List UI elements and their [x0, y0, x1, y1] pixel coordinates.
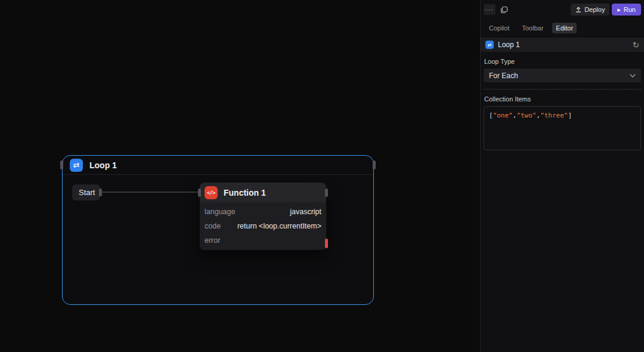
- selected-node-header[interactable]: ⇄ Loop 1 ↻: [481, 38, 644, 52]
- selected-node-title: Loop 1: [498, 41, 520, 49]
- loop-type-label: Loop Type: [484, 58, 640, 65]
- function-output-handle[interactable]: [325, 189, 328, 197]
- more-options-button[interactable]: ···: [484, 4, 496, 15]
- function-input-handle[interactable]: [198, 189, 201, 197]
- collection-items-input[interactable]: ["one","two","three"]: [484, 106, 641, 150]
- collection-items-label: Collection Items: [484, 95, 640, 103]
- tab-copilot[interactable]: Copilot: [485, 23, 513, 33]
- code-icon: </>: [205, 186, 218, 199]
- run-button-label: Run: [624, 6, 636, 13]
- tab-toolbar[interactable]: Toolbar: [518, 23, 547, 33]
- field-row-code[interactable]: code return <loop.currentItem>: [200, 219, 326, 233]
- field-value: return <loop.currentItem>: [237, 222, 321, 230]
- versions-button[interactable]: [498, 4, 510, 15]
- loop-icon: ⇄: [70, 159, 83, 172]
- field-label: language: [205, 208, 235, 216]
- loop-type-select[interactable]: For Each: [484, 69, 641, 82]
- layers-icon: [500, 6, 508, 14]
- deploy-button-label: Deploy: [584, 6, 605, 13]
- start-node-label: Start: [79, 188, 95, 197]
- loop-mini-icon: ⇄: [485, 41, 494, 49]
- loop-node[interactable]: ⇄ Loop 1 Start </> Function 1 language: [62, 155, 374, 305]
- panel-content: Loop Type For Each Collection Items ["on…: [481, 58, 644, 150]
- panel-tabs: Copilot Toolbar Editor: [481, 19, 644, 36]
- field-row-error[interactable]: error: [200, 233, 326, 248]
- inspector-panel: ··· Deploy ▶ Run Copilot Toolbar: [480, 0, 644, 352]
- panel-topbar: ··· Deploy ▶ Run: [481, 0, 644, 19]
- flow-canvas[interactable]: ⇄ Loop 1 Start </> Function 1 language: [0, 0, 480, 352]
- deploy-button[interactable]: Deploy: [571, 4, 609, 16]
- loop-output-handle[interactable]: [373, 160, 376, 169]
- refresh-icon[interactable]: ↻: [633, 41, 639, 50]
- function-node-title: Function 1: [224, 188, 266, 197]
- deploy-icon: [575, 7, 581, 13]
- loop-type-value: For Each: [489, 72, 518, 80]
- field-row-language[interactable]: language javascript: [200, 205, 326, 219]
- function-node[interactable]: </> Function 1 language javascript code …: [200, 183, 326, 250]
- play-icon: ▶: [617, 8, 620, 12]
- app-window: ⇄ Loop 1 Start </> Function 1 language: [0, 0, 644, 352]
- field-value: javascript: [290, 208, 321, 216]
- loop-input-handle[interactable]: [60, 160, 63, 169]
- chevron-down-icon: [630, 74, 636, 78]
- connector-edge: [101, 192, 200, 193]
- run-button[interactable]: ▶ Run: [612, 4, 641, 16]
- dashed-divider: [484, 89, 641, 89]
- function-node-header[interactable]: </> Function 1: [200, 183, 326, 202]
- loop-node-header[interactable]: ⇄ Loop 1: [63, 156, 373, 175]
- error-output-handle[interactable]: [325, 239, 328, 248]
- start-node[interactable]: Start: [72, 184, 100, 200]
- tab-editor[interactable]: Editor: [552, 23, 577, 33]
- field-label: error: [205, 236, 220, 245]
- field-label: code: [205, 222, 221, 230]
- loop-node-title: Loop 1: [89, 160, 117, 170]
- collection-items-value: ["one","two","three"]: [489, 112, 572, 119]
- function-node-fields: language javascript code return <loop.cu…: [200, 202, 326, 250]
